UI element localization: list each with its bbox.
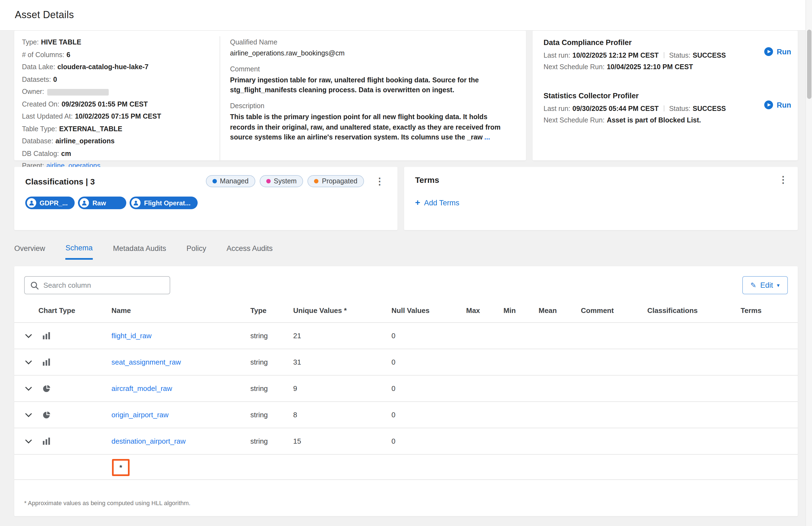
- status-value: SUCCESS: [693, 52, 726, 59]
- col-chart-type: Chart Type: [39, 306, 112, 315]
- field-database: Database:airline_operations: [22, 137, 214, 145]
- profiler-next-run-line: Next Schedule Run:10/04/2025 12:10 PM CE…: [543, 63, 737, 71]
- expand-row-button[interactable]: [24, 359, 39, 365]
- profiler-name: Data Compliance Profiler: [543, 39, 737, 47]
- legend-label: Managed: [220, 177, 248, 185]
- field-value: 10/02/2025 07:15 PM CEST: [75, 113, 161, 120]
- highlight-box: *: [112, 459, 130, 476]
- cell-nulls: 0: [391, 358, 466, 366]
- comment-group: Comment Primary ingestion table for raw,…: [230, 65, 513, 95]
- add-terms-label: Add Terms: [424, 199, 460, 207]
- cell-nulls: 0: [391, 437, 466, 445]
- tab-access-audits[interactable]: Access Audits: [227, 242, 273, 260]
- person-icon: [27, 198, 36, 207]
- edit-schema-button[interactable]: ✎ Edit ▾: [742, 276, 788, 294]
- schema-panel: ✎ Edit ▾ Chart Type Name Type Unique Val…: [14, 266, 798, 516]
- tab-metadata-audits[interactable]: Metadata Audits: [113, 242, 166, 260]
- classification-tag-flight-operations[interactable]: Flight Operat...: [130, 196, 198, 209]
- search-column-input[interactable]: [43, 281, 164, 289]
- bar-chart-icon: [39, 332, 112, 339]
- field-last-updated: Last Updated At:10/02/2025 07:15 PM CEST: [22, 113, 214, 120]
- bar-chart-icon: [39, 438, 112, 445]
- classifications-title: Classifications | 3: [25, 176, 95, 186]
- expand-row-button[interactable]: [24, 438, 39, 444]
- classifications-card: Classifications | 3 Managed System Propa…: [14, 167, 397, 230]
- classification-tag-raw[interactable]: Raw: [78, 196, 127, 209]
- play-icon: [764, 101, 773, 109]
- col-terms: Terms: [741, 306, 788, 315]
- col-name: Name: [112, 306, 250, 315]
- legend-chip-system[interactable]: System: [259, 175, 303, 187]
- profiler-last-run-line: Last run:10/02/2025 12:12 PM CESTStatus:…: [543, 52, 737, 59]
- cell-type: string: [250, 384, 293, 393]
- column-name-link[interactable]: destination_airport_raw: [112, 437, 250, 445]
- next-run-value: Asset is part of Blocked List.: [607, 116, 701, 124]
- column-name-link[interactable]: aircraft_model_raw: [112, 384, 250, 393]
- classifications-kebab-menu-icon[interactable]: ⋮: [373, 175, 387, 187]
- field-value: 6: [67, 51, 70, 58]
- field-label: Created On:: [22, 100, 59, 108]
- field-value: 0: [53, 75, 57, 83]
- cell-type: string: [250, 411, 293, 419]
- classifications-legend: Managed System Propagated: [206, 175, 364, 187]
- expand-row-button[interactable]: [24, 411, 39, 418]
- page-scrollbar-track: [806, 0, 812, 526]
- expand-row-button[interactable]: [24, 333, 39, 339]
- field-value: EXTERNAL_TABLE: [59, 125, 122, 133]
- field-value: HIVE TABLE: [41, 39, 81, 46]
- legend-label: Propagated: [322, 177, 358, 185]
- search-icon: [30, 281, 39, 290]
- expand-row-button[interactable]: [24, 385, 39, 392]
- bar-chart-icon: [39, 359, 112, 366]
- page-title: Asset Details: [15, 9, 74, 21]
- field-value: airline_operations: [56, 137, 115, 145]
- pencil-icon: ✎: [751, 281, 756, 289]
- legend-chip-managed[interactable]: Managed: [206, 175, 255, 187]
- page-header: Asset Details: [0, 0, 812, 31]
- tag-label: Flight Operat...: [144, 199, 190, 207]
- column-name-link[interactable]: seat_assignment_raw: [112, 358, 250, 366]
- next-run-value: 10/04/2025 12:10 PM CEST: [607, 63, 693, 71]
- cell-unique: 31: [293, 358, 391, 366]
- pie-chart-icon: [39, 385, 112, 392]
- divider: [664, 105, 664, 112]
- run-data-compliance-button[interactable]: Run: [764, 47, 792, 56]
- asset-properties: Type:HIVE TABLE # of Columns:6 Data Lake…: [14, 36, 220, 160]
- field-label: Table Type:: [22, 125, 57, 133]
- cell-unique: 9: [293, 384, 391, 393]
- tag-label: GDPR_...: [40, 199, 68, 207]
- profilers-card: Data Compliance Profiler Last run:10/02/…: [533, 31, 798, 160]
- profiler-next-run-line: Next Schedule Run:Asset is part of Block…: [543, 116, 737, 124]
- col-min: Min: [504, 306, 539, 315]
- last-run-label: Last run:: [543, 52, 570, 59]
- cell-nulls: 0: [391, 411, 466, 419]
- description-more-link[interactable]: ...: [484, 133, 490, 141]
- managed-dot-icon: [212, 179, 217, 184]
- table-row: aircraft_model_raw string 9 0: [14, 376, 798, 402]
- add-terms-button[interactable]: + Add Terms: [415, 198, 459, 207]
- cell-type: string: [250, 332, 293, 340]
- column-name-link[interactable]: flight_id_raw: [112, 332, 250, 340]
- table-row: seat_assignment_raw string 31 0: [14, 349, 798, 376]
- chevron-down-icon: ▾: [777, 282, 780, 288]
- field-data-lake: Data Lake:cloudera-catalog-hue-lake-7: [22, 63, 214, 71]
- comment-value: Primary ingestion table for raw, unalter…: [230, 75, 513, 95]
- run-statistics-collector-button[interactable]: Run: [764, 101, 792, 109]
- footnote-asterisk: *: [119, 464, 122, 472]
- legend-chip-propagated[interactable]: Propagated: [308, 175, 364, 187]
- cell-unique: 15: [293, 437, 391, 445]
- cell-type: string: [250, 358, 293, 366]
- classification-tag-gdpr[interactable]: GDPR_...: [25, 196, 75, 209]
- next-run-label: Next Schedule Run:: [543, 116, 605, 124]
- table-row: flight_id_raw string 21 0: [14, 323, 798, 349]
- status-value: SUCCESS: [693, 105, 726, 113]
- terms-kebab-menu-icon[interactable]: ⋮: [776, 174, 790, 186]
- column-name-link[interactable]: origin_airport_raw: [112, 411, 250, 419]
- tab-overview[interactable]: Overview: [14, 242, 45, 260]
- field-label: # of Columns:: [22, 51, 64, 58]
- tab-schema[interactable]: Schema: [66, 242, 93, 260]
- page-scrollbar-thumb[interactable]: [807, 30, 811, 99]
- qualified-name-label: Qualified Name: [230, 39, 513, 46]
- classification-tags: GDPR_... Raw Flight Operat...: [25, 196, 387, 209]
- tab-policy[interactable]: Policy: [186, 242, 206, 260]
